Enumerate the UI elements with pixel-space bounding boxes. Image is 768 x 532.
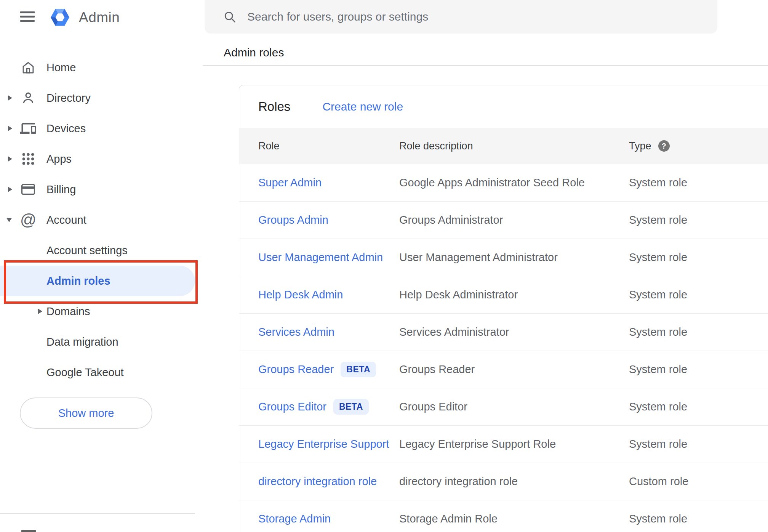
admin-logo-text: Admin	[79, 10, 120, 26]
role-type-cell: System role	[629, 251, 768, 264]
role-link[interactable]: User Management Admin	[258, 251, 383, 264]
admin-logo-icon	[50, 8, 70, 27]
sidebar-item-account[interactable]: @Account	[0, 205, 202, 235]
menu-bar	[20, 20, 35, 22]
expand-arrow-icon[interactable]	[8, 187, 12, 192]
table-body: Super AdminGoogle Apps Administrator See…	[239, 164, 768, 532]
role-type-cell: System role	[629, 288, 768, 301]
sidebar-item-domains[interactable]: Domains	[0, 296, 195, 327]
role-cell: Groups EditorBETA	[239, 399, 399, 415]
role-type-cell: Custom role	[629, 475, 768, 488]
role-type-cell: System role	[629, 214, 768, 226]
sidebar-divider	[0, 513, 195, 514]
role-type-cell: System role	[629, 326, 768, 338]
role-link[interactable]: Legacy Enterprise Support	[258, 438, 389, 450]
create-new-role-link[interactable]: Create new role	[322, 100, 403, 113]
help-icon[interactable]: ?	[658, 140, 670, 152]
column-header-type-label: Type	[629, 140, 651, 152]
show-more-button[interactable]: Show more	[20, 397, 152, 429]
role-cell: Services Admin	[239, 326, 399, 338]
table-row: Groups AdminGroups AdministratorSystem r…	[239, 202, 768, 239]
role-link[interactable]: directory integration role	[258, 475, 377, 488]
role-link[interactable]: Groups Editor	[258, 401, 326, 413]
sidebar-nav: HomeDirectoryDevicesAppsBilling@AccountA…	[0, 52, 202, 388]
sidebar-item-label: Devices	[46, 122, 86, 135]
beta-badge: BETA	[333, 399, 369, 415]
sidebar-item-label: Directory	[46, 92, 91, 104]
table-row: directory integration roledirectory inte…	[239, 463, 768, 500]
sidebar-item-billing[interactable]: Billing	[0, 174, 202, 205]
sidebar-item-label: Account settings	[46, 244, 128, 257]
sidebar-item-account-settings[interactable]: Account settings	[0, 235, 195, 266]
role-link[interactable]: Groups Reader	[258, 363, 334, 376]
sidebar-item-label: Home	[46, 61, 76, 74]
expand-arrow-icon[interactable]	[8, 156, 12, 162]
search-icon[interactable]	[223, 10, 237, 24]
role-cell: Help Desk Admin	[239, 288, 399, 301]
role-description-cell: Groups Administrator	[399, 214, 629, 226]
role-cell: Groups ReaderBETA	[239, 362, 399, 377]
role-description-cell: directory integration role	[399, 475, 629, 488]
sidebar-item-label: Billing	[46, 183, 76, 196]
column-header-role-description: Role description	[399, 140, 629, 152]
sidebar-item-label: Domains	[46, 305, 90, 318]
roles-card: Roles Create new role Role Role descript…	[239, 85, 768, 532]
column-header-role: Role	[239, 140, 399, 152]
role-type-cell: System role	[629, 513, 768, 525]
header-divider	[203, 65, 768, 66]
collapse-arrow-icon[interactable]	[6, 218, 12, 222]
home-icon	[20, 59, 37, 76]
billing-icon	[20, 181, 37, 198]
sidebar-item-label: Account	[46, 214, 86, 226]
role-type-cell: System role	[629, 438, 768, 450]
expand-arrow-icon[interactable]	[38, 309, 42, 314]
role-description-cell: Groups Reader	[399, 363, 629, 376]
table-row: Legacy Enterprise SupportLegacy Enterpri…	[239, 426, 768, 463]
beta-badge: BETA	[341, 362, 376, 377]
sidebar-item-home[interactable]: Home	[0, 52, 202, 83]
menu-bar	[20, 16, 35, 18]
role-description-cell: User Management Administrator	[399, 251, 629, 264]
sidebar: Admin HomeDirectoryDevicesAppsBilling@Ac…	[0, 0, 202, 532]
role-link[interactable]: Services Admin	[258, 326, 334, 338]
role-link[interactable]: Storage Admin	[258, 513, 331, 525]
admin-logo[interactable]: Admin	[50, 8, 120, 27]
role-link[interactable]: Help Desk Admin	[258, 288, 343, 301]
menu-icon[interactable]	[20, 11, 35, 22]
role-cell: Groups Admin	[239, 214, 399, 226]
sidebar-item-google-takeout[interactable]: Google Takeout	[0, 357, 195, 388]
partial-cutoff-icon	[21, 530, 36, 532]
table-row: User Management AdminUser Management Adm…	[239, 239, 768, 276]
column-header-type: Type ?	[629, 140, 768, 152]
expand-arrow-icon[interactable]	[8, 95, 12, 101]
card-header: Roles Create new role	[239, 85, 768, 128]
apps-icon	[20, 151, 37, 167]
search-bar	[205, 0, 717, 34]
role-link[interactable]: Super Admin	[258, 176, 322, 189]
role-cell: Legacy Enterprise Support	[239, 438, 399, 450]
sidebar-item-label: Data migration	[46, 336, 118, 348]
sidebar-item-label: Admin roles	[46, 275, 110, 287]
role-type-cell: System role	[629, 176, 768, 189]
role-cell: Storage Admin	[239, 513, 399, 525]
sidebar-item-directory[interactable]: Directory	[0, 83, 202, 113]
sidebar-item-data-migration[interactable]: Data migration	[0, 327, 195, 357]
menu-bar	[20, 11, 35, 13]
sidebar-item-admin-roles[interactable]: Admin roles	[0, 266, 195, 296]
role-description-cell: Legacy Enterprise Support Role	[399, 438, 629, 450]
sidebar-item-devices[interactable]: Devices	[0, 113, 202, 144]
role-type-cell: System role	[629, 363, 768, 376]
role-cell: Super Admin	[239, 176, 399, 189]
sidebar-item-label: Google Takeout	[46, 366, 124, 379]
expand-arrow-icon[interactable]	[8, 126, 12, 131]
table-row: Groups EditorBETAGroups EditorSystem rol…	[239, 388, 768, 426]
table-row: Services AdminServices AdministratorSyst…	[239, 314, 768, 351]
table-header: Role Role description Type ?	[239, 128, 768, 164]
role-cell: directory integration role	[239, 475, 399, 488]
search-input[interactable]	[246, 10, 686, 24]
sidebar-item-apps[interactable]: Apps	[0, 144, 202, 174]
role-description-cell: Google Apps Administrator Seed Role	[399, 176, 629, 189]
page-title: Admin roles	[224, 40, 284, 66]
role-link[interactable]: Groups Admin	[258, 214, 328, 226]
role-description-cell: Help Desk Administrator	[399, 288, 629, 301]
